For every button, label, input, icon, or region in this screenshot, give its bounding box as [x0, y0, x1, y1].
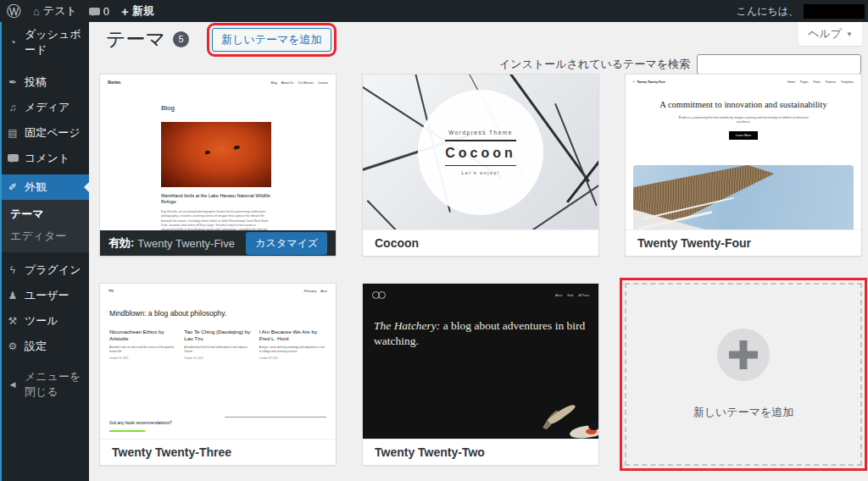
preview-post: Tao Te Ching (Daodejing) by Lao Tzu A fu…: [184, 329, 251, 360]
preview-post-date: October 19, 2022: [109, 357, 176, 360]
preview-nav-item: Templates: [841, 80, 854, 84]
wordpress-admin-themes-page: Ⓦ ⌂ テスト 0 + 新規 こんにちは、 ◔ ダッシュボード: [0, 0, 868, 481]
comments-link[interactable]: 0: [89, 5, 109, 18]
preview-post-desc: A major, canon-defining anthology and ad…: [259, 346, 326, 353]
theme-card-cocoon[interactable]: Wordpress Theme Cocoon Let's enjoy! Coco…: [362, 74, 599, 257]
submenu-item-editor[interactable]: エディター: [0, 225, 89, 247]
page-header: テーマ 5 新しいテーマを追加: [106, 26, 331, 53]
sidebar-item-dashboard[interactable]: ◔ ダッシュボード: [0, 22, 89, 63]
sidebar-item-plugins[interactable]: ϟ プラグイン: [0, 257, 89, 283]
admin-sidebar: ◔ ダッシュボード ✒ 投稿 ♫ メディア ▤ 固定ページ コメント ✐ 外観 …: [0, 22, 89, 481]
brush-icon: ✐: [7, 181, 19, 193]
user-icon: ♟: [7, 290, 19, 301]
preview-heading-em: The Hatchery:: [374, 319, 440, 332]
sidebar-item-label: 投稿: [25, 75, 47, 90]
theme-count-badge: 5: [173, 31, 189, 47]
bird-head: [588, 421, 598, 430]
comments-count: 0: [103, 5, 109, 18]
search-input[interactable]: [697, 54, 861, 75]
sidebar-item-pages[interactable]: ▤ 固定ページ: [0, 120, 89, 146]
double-circle-logo-icon: [372, 291, 386, 299]
preview-nav-item: About: [555, 294, 562, 297]
sidebar-item-tools[interactable]: ⚒ ツール: [0, 308, 89, 334]
divider: [225, 417, 326, 433]
sidebar-item-appearance[interactable]: ✐ 外観: [0, 174, 89, 200]
preview-nav-item: About Us: [281, 81, 293, 85]
preview-post-title: Tao Te Ching (Daodejing) by Lao Tzu: [184, 329, 251, 342]
admin-bar: Ⓦ ⌂ テスト 0 + 新規 こんにちは、: [0, 0, 868, 22]
preview-kicker: Wordpress Theme: [448, 130, 513, 135]
active-theme-bar: 有効: Twenty Twenty-Five カスタマイズ: [100, 230, 336, 256]
theme-grid: Stories Blog About Us Our Mission Contac…: [99, 74, 862, 466]
theme-search: インストールされているテーマを検索: [499, 54, 861, 75]
theme-screenshot: ▪ Twenty Twenty-Four Home Pages Posts Pa…: [626, 75, 861, 230]
theme-card-twenty-twenty-two[interactable]: About Birds All Posts The Hatchery: a bl…: [362, 283, 599, 466]
sidebar-item-label: ツール: [25, 313, 58, 329]
search-label: インストールされているテーマを検索: [499, 57, 690, 72]
preview-title: Cocoon: [445, 146, 516, 161]
green-underline: [109, 430, 145, 433]
theme-screenshot: About Birds All Posts The Hatchery: a bl…: [363, 284, 598, 440]
customize-button[interactable]: カスタマイズ: [246, 232, 327, 255]
preview-nav-item: Contact: [318, 81, 328, 85]
add-new-theme-button[interactable]: 新しいテーマを追加: [212, 28, 331, 52]
theme-card-twenty-twenty-three[interactable]: TT3 Philosophy About Mindblown: a blog a…: [99, 283, 337, 466]
add-new-theme-card[interactable]: 新しいテーマを追加: [625, 283, 862, 466]
sidebar-item-label: 固定ページ: [25, 125, 81, 141]
sidebar-item-users[interactable]: ♟ ユーザー: [0, 283, 89, 308]
preview-footer-question: Got any book recommendations?: [109, 420, 172, 425]
preview-post-title: I Am Because We Are by Fred L. Hord: [259, 329, 326, 342]
sidebar-item-collapse-menu[interactable]: ◀ メニューを閉じる: [0, 364, 89, 405]
dashboard-icon: ◔: [7, 36, 19, 48]
cocoon-logo-circle: Wordpress Theme Cocoon Let's enjoy!: [418, 90, 543, 215]
pages-icon: ▤: [7, 127, 19, 139]
divider: [445, 140, 516, 141]
preview-post-desc: A fundamental text for both philosophica…: [184, 346, 251, 353]
wordpress-logo-icon: Ⓦ: [7, 2, 21, 21]
page-title: テーマ: [106, 26, 165, 53]
gear-icon: ⚙: [7, 340, 19, 352]
comment-bubble-icon: [89, 8, 100, 15]
sidebar-item-label: メディア: [25, 100, 70, 115]
preview-site-title: Twenty Twenty-Four: [637, 80, 665, 84]
help-dropdown[interactable]: ヘルプ ▼: [798, 22, 862, 46]
active-label: 有効:: [108, 235, 134, 251]
theme-screenshot: TT3 Philosophy About Mindblown: a blog a…: [100, 284, 336, 440]
greeting-text: こんにちは、: [737, 4, 798, 19]
preview-post-date: October 19, 2022: [259, 357, 326, 360]
preview-nav-item: Home: [787, 80, 795, 84]
add-new-theme-label: 新しいテーマを追加: [693, 405, 794, 420]
theme-name: Twenty Twenty-Three: [100, 439, 336, 465]
preview-heading: The Hatchery: a blog about adventures in…: [374, 318, 587, 349]
preview-nav-item: Patterns: [826, 80, 836, 84]
sidebar-item-media[interactable]: ♫ メディア: [0, 95, 89, 120]
sidebar-item-settings[interactable]: ⚙ 設定: [0, 334, 89, 359]
preview-post-title: Nicomachean Ethics by Aristotle: [109, 329, 176, 342]
collapse-arrow-icon: ◀: [7, 380, 19, 389]
new-content-menu[interactable]: + 新規: [121, 3, 154, 19]
sidebar-item-posts[interactable]: ✒ 投稿: [0, 69, 89, 95]
sidebar-item-label: 設定: [25, 339, 47, 354]
comment-bubble-icon: [7, 152, 19, 164]
preview-nav-item: All Posts: [579, 294, 589, 297]
redacted-username[interactable]: [804, 4, 865, 19]
help-label: ヘルプ: [808, 26, 842, 41]
bird-silhouette: [234, 146, 240, 150]
theme-card-twenty-twenty-four[interactable]: ▪ Twenty Twenty-Four Home Pages Posts Pa…: [625, 74, 862, 257]
preview-post-date: October 19, 2022: [184, 357, 251, 360]
sidebar-item-comments[interactable]: コメント: [0, 146, 89, 171]
plugin-icon: ϟ: [7, 264, 19, 276]
preview-nav-item: Birds: [567, 294, 573, 297]
preview-heading: A commitment to innovation and sustainab…: [651, 99, 836, 111]
wrench-icon: ⚒: [7, 315, 19, 327]
theme-name: Twenty Twenty-Four: [626, 229, 861, 256]
site-name-link[interactable]: ⌂ テスト: [33, 3, 77, 19]
theme-name: Twenty Twenty-Two: [363, 439, 598, 465]
preview-subtext: Études is a pioneering firm that seamles…: [676, 116, 810, 125]
pushpin-icon: ✒: [7, 76, 19, 88]
theme-card-twenty-twenty-five[interactable]: Stories Blog About Us Our Mission Contac…: [99, 74, 337, 257]
submenu-item-themes[interactable]: テーマ: [0, 203, 89, 225]
sidebar-item-label: 外観: [25, 180, 47, 195]
wordpress-logo-menu[interactable]: Ⓦ: [7, 2, 21, 21]
preview-tagline: Let's enjoy!: [461, 170, 500, 175]
